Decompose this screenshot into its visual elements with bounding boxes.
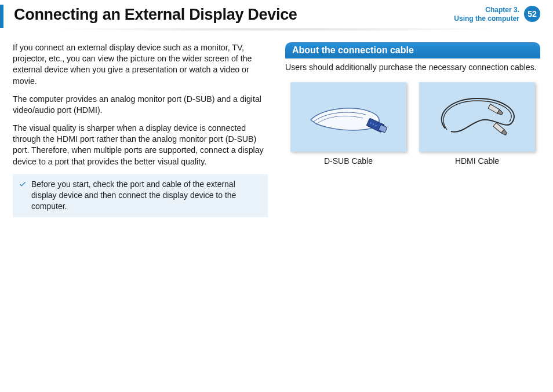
note-box: Before you start, check the port and cab… bbox=[13, 174, 268, 218]
page-number-badge: 52 bbox=[524, 6, 540, 22]
note-text: Before you start, check the port and cab… bbox=[31, 179, 262, 212]
right-column: About the connection cable Users should … bbox=[285, 42, 540, 217]
chapter-line1: Chapter 3. bbox=[454, 6, 519, 14]
dsub-cable-image bbox=[290, 82, 406, 152]
cable-grid: D-SUB Cable bbox=[285, 82, 540, 166]
paragraph: Users should additionally purchase the n… bbox=[285, 62, 540, 73]
paragraph: The computer provides an analog monitor … bbox=[13, 94, 268, 116]
cable-caption: D-SUB Cable bbox=[290, 156, 406, 166]
content-columns: If you connect an external display devic… bbox=[13, 42, 540, 217]
section-heading: About the connection cable bbox=[285, 42, 540, 58]
page-title: Connecting an External Display Device bbox=[14, 6, 297, 24]
cable-caption: HDMI Cable bbox=[419, 156, 535, 166]
header-divider bbox=[0, 28, 553, 36]
cable-item-hdmi: HDMI Cable bbox=[419, 82, 535, 166]
accent-bar bbox=[0, 5, 3, 28]
cable-item-dsub: D-SUB Cable bbox=[290, 82, 406, 166]
page-header: Connecting an External Display Device Ch… bbox=[13, 6, 540, 24]
hdmi-cable-image bbox=[419, 82, 535, 152]
chapter-line2: Using the computer bbox=[454, 14, 519, 23]
chapter-label: Chapter 3. Using the computer bbox=[454, 6, 519, 23]
paragraph: If you connect an external display devic… bbox=[13, 42, 268, 87]
left-column: If you connect an external display devic… bbox=[13, 42, 268, 217]
note-icon bbox=[19, 180, 27, 212]
paragraph: The visual quality is sharper when a dis… bbox=[13, 123, 268, 167]
header-right: Chapter 3. Using the computer 52 bbox=[454, 6, 540, 23]
